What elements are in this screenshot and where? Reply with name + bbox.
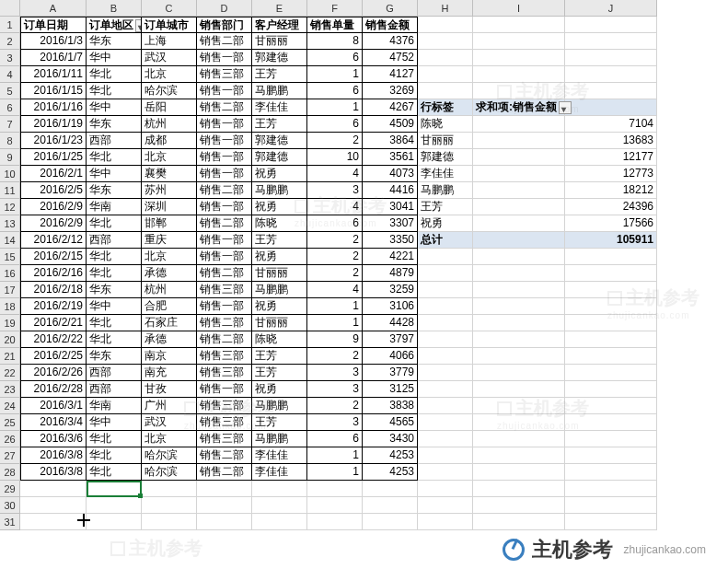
cell-I31[interactable] — [473, 514, 565, 530]
cell-I1[interactable] — [473, 17, 565, 33]
cell-C15[interactable]: 北京 — [142, 249, 197, 265]
row-header-23[interactable]: 23 — [0, 381, 20, 398]
cell-A23[interactable]: 2016/2/28 — [20, 381, 87, 398]
cell-E31[interactable] — [252, 514, 307, 530]
cell-B29[interactable] — [87, 481, 142, 497]
cell-J14[interactable]: 105911 — [565, 232, 657, 249]
cell-J20[interactable] — [565, 331, 657, 348]
cell-A20[interactable]: 2016/2/22 — [20, 331, 87, 348]
row-header-14[interactable]: 14 — [0, 232, 20, 249]
cell-G13[interactable]: 3307 — [363, 215, 418, 232]
cell-F15[interactable]: 2 — [307, 249, 363, 265]
cell-E10[interactable]: 祝勇 — [252, 166, 307, 182]
cell-D10[interactable]: 销售一部 — [197, 166, 252, 182]
cell-F31[interactable] — [307, 514, 363, 530]
cell-B19[interactable]: 华北 — [87, 315, 142, 331]
cell-J3[interactable] — [565, 50, 657, 66]
cell-B7[interactable]: 华东 — [87, 116, 142, 133]
cell-C1[interactable]: 订单城市 — [142, 17, 197, 33]
cell-E28[interactable]: 李佳佳 — [252, 464, 307, 481]
cell-C6[interactable]: 岳阳 — [142, 99, 197, 116]
cell-H12[interactable]: 王芳 — [418, 199, 473, 215]
cell-G28[interactable]: 4253 — [363, 464, 418, 481]
cell-A6[interactable]: 2016/1/16 — [20, 99, 87, 116]
cell-I5[interactable] — [473, 83, 565, 99]
cell-A15[interactable]: 2016/2/15 — [20, 249, 87, 265]
cell-J31[interactable] — [565, 514, 657, 530]
cell-C26[interactable]: 北京 — [142, 431, 197, 447]
row-header-31[interactable]: 31 — [0, 514, 20, 530]
cell-I18[interactable] — [473, 298, 565, 315]
cell-I2[interactable] — [473, 33, 565, 50]
cell-F17[interactable]: 4 — [307, 282, 363, 298]
cell-H29[interactable] — [418, 481, 473, 497]
cell-F2[interactable]: 8 — [307, 33, 363, 50]
cell-C28[interactable]: 哈尔滨 — [142, 464, 197, 481]
row-header-20[interactable]: 20 — [0, 331, 20, 348]
cell-C20[interactable]: 承德 — [142, 331, 197, 348]
cell-H27[interactable] — [418, 447, 473, 464]
cell-F6[interactable]: 1 — [307, 99, 363, 116]
cell-E5[interactable]: 马鹏鹏 — [252, 83, 307, 99]
grid-cells[interactable]: 订单日期订单地区订单城市销售部门客户经理销售单量销售金额2016/1/3华东上海… — [20, 17, 728, 530]
cell-A28[interactable]: 2016/3/8 — [20, 464, 87, 481]
col-header-A[interactable]: A — [20, 0, 87, 17]
row-header-30[interactable]: 30 — [0, 497, 20, 514]
cell-C22[interactable]: 南充 — [142, 365, 197, 381]
cell-E27[interactable]: 李佳佳 — [252, 447, 307, 464]
cell-A7[interactable]: 2016/1/19 — [20, 116, 87, 133]
cell-B4[interactable]: 华北 — [87, 66, 142, 83]
cell-C31[interactable] — [142, 514, 197, 530]
cell-A17[interactable]: 2016/2/18 — [20, 282, 87, 298]
cell-D16[interactable]: 销售二部 — [197, 265, 252, 282]
cell-I21[interactable] — [473, 348, 565, 365]
row-header-27[interactable]: 27 — [0, 447, 20, 464]
cell-D4[interactable]: 销售三部 — [197, 66, 252, 83]
cell-E1[interactable]: 客户经理 — [252, 17, 307, 33]
cell-A26[interactable]: 2016/3/6 — [20, 431, 87, 447]
cell-F26[interactable]: 6 — [307, 431, 363, 447]
cell-H11[interactable]: 马鹏鹏 — [418, 182, 473, 199]
cell-C21[interactable]: 南京 — [142, 348, 197, 365]
cell-B2[interactable]: 华东 — [87, 33, 142, 50]
cell-B30[interactable] — [87, 497, 142, 514]
cell-B28[interactable]: 华北 — [87, 464, 142, 481]
cell-C24[interactable]: 广州 — [142, 398, 197, 414]
cell-G17[interactable]: 3259 — [363, 282, 418, 298]
cell-J7[interactable]: 7104 — [565, 116, 657, 133]
cell-D17[interactable]: 销售三部 — [197, 282, 252, 298]
cell-I14[interactable] — [473, 232, 565, 249]
cell-G16[interactable]: 4879 — [363, 265, 418, 282]
cell-C4[interactable]: 北京 — [142, 66, 197, 83]
cell-G19[interactable]: 4428 — [363, 315, 418, 331]
cell-A24[interactable]: 2016/3/1 — [20, 398, 87, 414]
cell-C7[interactable]: 杭州 — [142, 116, 197, 133]
cell-D3[interactable]: 销售一部 — [197, 50, 252, 66]
cell-H23[interactable] — [418, 381, 473, 398]
cell-A10[interactable]: 2016/2/1 — [20, 166, 87, 182]
cell-C23[interactable]: 甘孜 — [142, 381, 197, 398]
cell-D11[interactable]: 销售二部 — [197, 182, 252, 199]
cell-H6[interactable]: 行标签 — [418, 99, 473, 116]
cell-A9[interactable]: 2016/1/25 — [20, 149, 87, 166]
cell-G9[interactable]: 3561 — [363, 149, 418, 166]
cell-B16[interactable]: 华北 — [87, 265, 142, 282]
cell-H3[interactable] — [418, 50, 473, 66]
cell-D7[interactable]: 销售一部 — [197, 116, 252, 133]
cell-B18[interactable]: 华中 — [87, 298, 142, 315]
cell-F30[interactable] — [307, 497, 363, 514]
cell-B11[interactable]: 华东 — [87, 182, 142, 199]
cell-G30[interactable] — [363, 497, 418, 514]
cell-A21[interactable]: 2016/2/25 — [20, 348, 87, 365]
cell-F27[interactable]: 1 — [307, 447, 363, 464]
cell-H1[interactable] — [418, 17, 473, 33]
cell-J22[interactable] — [565, 365, 657, 381]
cell-D14[interactable]: 销售一部 — [197, 232, 252, 249]
cell-F21[interactable]: 2 — [307, 348, 363, 365]
cell-I9[interactable] — [473, 149, 565, 166]
row-header-17[interactable]: 17 — [0, 282, 20, 298]
cell-C29[interactable] — [142, 481, 197, 497]
cell-G2[interactable]: 4376 — [363, 33, 418, 50]
cell-D24[interactable]: 销售三部 — [197, 398, 252, 414]
cell-F8[interactable]: 2 — [307, 133, 363, 149]
